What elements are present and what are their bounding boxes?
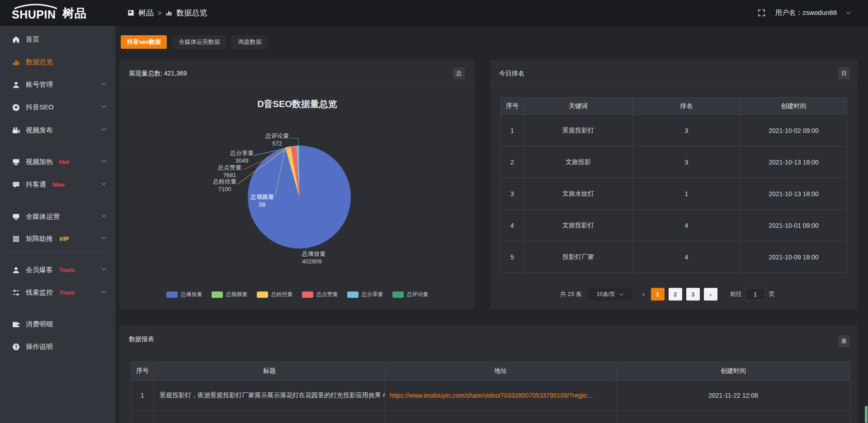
- app-logo[interactable]: SHUPIN 树品: [11, 4, 87, 21]
- ranking-panel-header: 今日排名 日: [490, 60, 858, 87]
- col-url: 地址: [385, 362, 617, 381]
- report-title: 景观投影灯，夜游景观投影灯厂家展示展示落花灯在花园里的灯光投影应用效果 #: [154, 381, 385, 411]
- breadcrumb-item-current[interactable]: 数据总览: [176, 8, 207, 18]
- sidebar-item-doukentong[interactable]: 抖客通 New: [0, 175, 115, 193]
- chevron-down-icon: [102, 235, 106, 240]
- sidebar-item-video-publish[interactable]: 视频发布: [0, 121, 115, 139]
- sidebar-item-video-heat[interactable]: 视频加热 Hot: [0, 153, 115, 171]
- col-rank: 排名: [633, 98, 741, 115]
- table-row[interactable]: 1景观投影灯 32021-10-02 09:00: [501, 115, 847, 146]
- legend-item-videos[interactable]: 总视频量: [212, 291, 248, 298]
- chevron-down-icon: [102, 127, 106, 131]
- sidebar-item-account[interactable]: 账号管理: [0, 75, 115, 94]
- sidebar-item-label: 全媒体运营: [26, 212, 60, 221]
- table-row[interactable]: 4文旅投影灯 42021-10-01 09:00: [501, 210, 847, 241]
- legend-label: 总点赞量: [316, 291, 338, 298]
- table-badge-button[interactable]: 表: [838, 335, 850, 347]
- tab-inquiry-data[interactable]: 询盘数据: [231, 35, 268, 49]
- legend-swatch: [302, 291, 313, 298]
- legend-item-likes[interactable]: 总点赞量: [302, 291, 338, 298]
- legend-label: 总播放量: [181, 291, 203, 298]
- data-source-tabs: 抖音seo数据 全媒体运营数据 询盘数据: [121, 35, 268, 49]
- pagination-total: 共 23 条: [560, 290, 582, 298]
- goto-page-input[interactable]: [745, 288, 765, 301]
- next-page-button[interactable]: ›: [704, 288, 717, 301]
- legend-item-comments[interactable]: 总评论量: [392, 291, 429, 298]
- legend-label: 总粉丝量: [271, 291, 293, 298]
- bar-chart-icon: [12, 58, 20, 66]
- table-row[interactable]: 3文旅水纹灯 12021-10-13 18:00: [501, 178, 847, 210]
- sidebar-item-instructions[interactable]: 操作说明: [0, 338, 115, 356]
- pie-callout-lines: [120, 87, 475, 310]
- sidebar-item-consumption-detail[interactable]: 消费明细: [0, 315, 115, 333]
- page-button-1[interactable]: 1: [651, 288, 665, 301]
- movie-camera-icon: [12, 127, 20, 134]
- chevron-down-icon: [102, 266, 106, 271]
- tab-douyin-seo-data[interactable]: 抖音seo数据: [121, 35, 167, 49]
- page-button-2[interactable]: 2: [669, 288, 682, 301]
- report-video-link[interactable]: https://www.iesdouyin.com/share/video/70…: [385, 381, 617, 411]
- sidebar-item-matrix-boost[interactable]: 矩阵助推 VIP: [0, 230, 115, 248]
- user-icon: [12, 81, 20, 89]
- callout-comments: 总评论量572: [261, 132, 293, 147]
- sidebar-item-douyin-seo[interactable]: 抖音SEO: [0, 98, 115, 116]
- tab-media-operation-data[interactable]: 全媒体运营数据: [172, 35, 226, 49]
- legend-label: 总分享量: [362, 291, 383, 298]
- topbar: SHUPIN 树品 树品 > 数据总览 用户名：zswodun88: [0, 0, 868, 26]
- ranking-table: 序号 关键词 排名 创建时间 1景观投影灯 32021-10-02 09:00 …: [500, 97, 847, 273]
- sliders-icon: [12, 289, 20, 296]
- logo-brand-text: SHUPIN: [12, 8, 56, 21]
- sidebar-item-clue-monitor[interactable]: 线索监控 Tools: [0, 283, 115, 301]
- page-scrollbar-thumb[interactable]: [865, 406, 868, 423]
- report-table-header-row: 序号 标题 地址 创建时间: [131, 362, 850, 381]
- fullscreen-icon[interactable]: [758, 9, 765, 17]
- page-button-3[interactable]: 3: [686, 288, 700, 301]
- sidebar-item-label: 矩阵助推: [26, 235, 53, 243]
- user-chevron-down-icon[interactable]: [846, 10, 851, 14]
- table-row[interactable]: 5投影灯厂家 42021-10-09 18:00: [501, 241, 847, 273]
- sidebar-item-label: 数据总览: [26, 58, 53, 66]
- col-title: 标题: [154, 362, 385, 381]
- sidebar-item-label: 账号管理: [26, 80, 53, 89]
- breadcrumb-app-icon: [127, 9, 134, 16]
- report-panel-title: 数据报表: [129, 325, 154, 352]
- chevron-down-icon: [102, 181, 106, 185]
- impressions-total-label: 展现量总数: 421,369: [129, 60, 187, 87]
- legend-item-fans[interactable]: 总粉丝量: [257, 291, 293, 298]
- legend-label: 总评论量: [407, 291, 429, 298]
- prev-page-button[interactable]: ‹: [641, 290, 647, 298]
- day-badge-button[interactable]: 日: [838, 67, 850, 79]
- hot-badge: Hot: [59, 159, 69, 165]
- chart-legend: 总播放量 总视频量 总粉丝量 总点赞量 总分享量 总评论量: [120, 291, 475, 298]
- monitor-icon: [12, 213, 20, 221]
- page-size-select[interactable]: 10条/页: [588, 288, 632, 301]
- table-row[interactable]: 1 景观投影灯，夜游景观投影灯厂家展示展示落花灯在花园里的灯光投影应用效果 # …: [131, 381, 850, 411]
- select-chevron-down-icon: [619, 291, 623, 296]
- sidebar-item-data-overview[interactable]: 数据总览: [0, 53, 115, 71]
- callout-fans: 总粉丝量7100: [209, 178, 241, 193]
- callout-plays: 总播放量402909: [302, 250, 343, 265]
- billboard-icon: [12, 158, 20, 166]
- sidebar-item-label: 会员爆客: [26, 266, 53, 274]
- vip-badge: VIP: [59, 235, 69, 242]
- sidebar-divider: [8, 146, 107, 146]
- sidebar-item-home[interactable]: 首页: [0, 30, 115, 48]
- legend-item-shares[interactable]: 总分享量: [347, 291, 383, 298]
- legend-label: 总视频量: [226, 291, 248, 298]
- sidebar-item-label: 操作说明: [26, 343, 53, 351]
- legend-swatch: [347, 291, 359, 298]
- col-time: 创建时间: [741, 98, 847, 115]
- total-badge-button[interactable]: 总: [453, 67, 465, 79]
- sidebar-item-label: 抖音SEO: [26, 103, 54, 112]
- table-row[interactable]: 2文旅投影 32021-10-13 18:00: [501, 146, 847, 178]
- breadcrumb-item-root[interactable]: 树品: [138, 8, 154, 18]
- username-label[interactable]: 用户名：zswodun88: [775, 9, 837, 17]
- sidebar-item-media-operation[interactable]: 全媒体运营: [0, 207, 115, 226]
- legend-swatch: [392, 291, 404, 298]
- sidebar-item-member-burst[interactable]: 会员爆客 Tools: [0, 261, 115, 279]
- pie-chart-zone: D音SEO数据量总览 总评论量572 总分享量3049 总点赞量7681 总粉丝…: [120, 87, 475, 310]
- legend-item-plays[interactable]: 总播放量: [166, 291, 203, 298]
- col-time: 创建时间: [617, 362, 850, 381]
- table-row-partial[interactable]: [131, 411, 850, 423]
- chevron-down-icon: [102, 158, 106, 163]
